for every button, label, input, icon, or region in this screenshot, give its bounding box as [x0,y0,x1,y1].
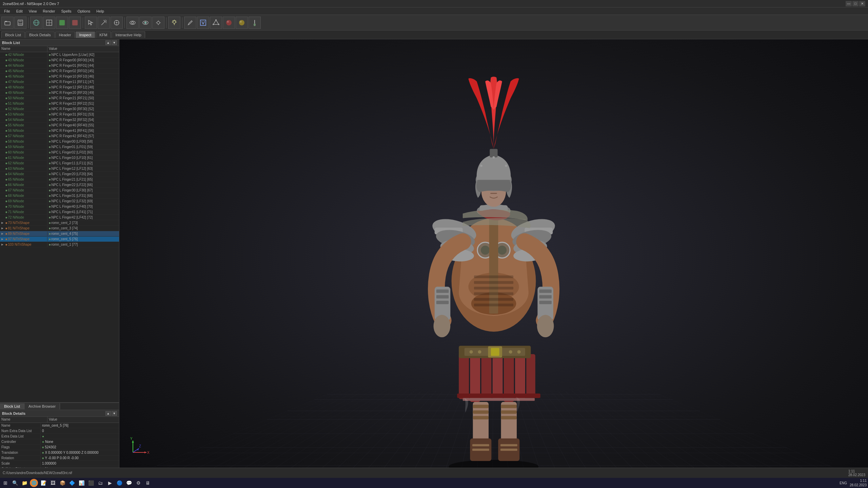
toolbar-solid-green[interactable] [56,17,68,29]
table-row[interactable]: ■ 55 NiNode ■ NPC R Finger40 [RF40] [55] [0,123,119,128]
table-row[interactable]: ▶ ■ 97 NiTriShape ■ romn_cent_5 [76] [0,237,119,242]
table-row[interactable]: ■ 61 NiNode ■ NPC L Finger10 [LF10] [61] [0,155,119,161]
toolbar-select[interactable] [85,17,97,29]
table-row[interactable]: ■ 58 NiNode ■ NPC L Finger00 [LF00] [58] [0,139,119,144]
app7-icon[interactable]: 💬 [125,479,133,487]
detail-row[interactable]: Scale 1.000000 [0,461,119,466]
table-row[interactable]: ■ 53 NiNode ■ NPC R Finger31 [RF31] [53] [0,112,119,117]
table-row[interactable]: ■ 62 NiNode ■ NPC L Finger11 [LF11] [62] [0,161,119,166]
menu-view[interactable]: View [26,8,40,14]
detail-row[interactable]: Translation ■ X 0.000000 Y 0.000000 Z 0.… [0,450,119,455]
toolbar-brush[interactable] [249,17,261,29]
maximize-button[interactable]: □ [852,1,859,6]
detail-row[interactable]: Num Extra Data List 0 [0,428,119,434]
notepad-icon[interactable]: 📝 [39,479,47,487]
app2-icon[interactable]: 📊 [77,479,85,487]
table-row[interactable]: ▶ ■ 73 NiTriShape ■ romn_cent_2 [73] [0,220,119,226]
table-row[interactable]: ■ 43 NiNode ■ NPC R Finger00 [RF00] [43] [0,58,119,63]
toolbar-pencil[interactable] [184,17,196,29]
settings-icon[interactable]: ⚙ [134,479,142,487]
toolbar-sphere-yellow[interactable] [236,17,248,29]
menu-options[interactable]: Options [75,8,93,14]
menu-file[interactable]: File [1,8,13,14]
table-row[interactable]: ■ 56 NiNode ■ NPC R Finger41 [RF41] [56] [0,128,119,134]
toolbar-light[interactable] [168,17,180,29]
app5-icon[interactable]: ▶ [106,479,114,487]
table-row[interactable]: ■ 59 NiNode ■ NPC L Finger01 [LF01] [59] [0,144,119,150]
file-explorer[interactable]: 📁 [20,479,28,487]
viewport[interactable]: X Y Z [119,39,868,478]
table-row[interactable]: ▶ ■ 103 NiTriShape ■ romn_cent_1 [77] [0,242,119,247]
table-row[interactable]: ■ 52 NiNode ■ NPC R Finger30 [RF30] [52] [0,106,119,112]
table-row[interactable]: ■ 45 NiNode ■ NPC R Finger02 [RF02] [45] [0,68,119,74]
toolbar-transform[interactable] [111,17,123,29]
detail-row[interactable]: Name romn_cent_5 [76] [0,423,119,428]
table-row[interactable]: ■ 65 NiNode ■ NPC L Finger21 [LF21] [65] [0,177,119,182]
table-row[interactable]: ▶ ■ 81 NiTriShape ■ romn_cent_3 [74] [0,226,119,231]
table-row[interactable]: ■ 63 NiNode ■ NPC L Finger12 [LF12] [63] [0,166,119,171]
table-row[interactable]: ■ 67 NiNode ■ NPC L Finger30 [LF30] [67] [0,188,119,193]
toolbar-sphere-red[interactable] [223,17,235,29]
tab-inspect[interactable]: Inspect [76,32,95,38]
app4-icon[interactable]: 🗂 [96,479,104,487]
start-button[interactable]: ⊞ [1,479,9,487]
minimize-button[interactable]: — [846,1,852,6]
tab-block-list[interactable]: Block List [1,32,25,38]
menu-spells[interactable]: Spells [58,8,74,14]
toolbar-eye1[interactable] [126,17,139,29]
table-row[interactable]: ▶ ■ 89 NiTriShape ■ romn_cent_4 [75] [0,231,119,237]
toolbar-cog[interactable] [152,17,164,29]
toolbar-save[interactable] [14,17,26,29]
detail-row[interactable]: Extra Data List ● [0,434,119,439]
table-row[interactable]: ■ 51 NiNode ■ NPC R Finger22 [RF22] [51] [0,101,119,106]
table-row[interactable]: ■ 69 NiNode ■ NPC L Finger32 [LF32] [69] [0,199,119,204]
table-row[interactable]: ■ 44 NiNode ■ NPC R Finger01 [RF01] [44] [0,63,119,68]
media-icon[interactable]: 🖼 [49,479,57,487]
details-collapse-btn[interactable]: ▼ [112,411,117,416]
app6-icon[interactable]: 🔵 [115,479,123,487]
toolbar-eye2[interactable] [139,17,152,29]
detail-row[interactable]: Controller ● None [0,439,119,445]
toolbar-uv[interactable] [197,17,209,29]
close-button[interactable]: ✕ [859,1,865,6]
toolbar-sphere1[interactable] [30,17,42,29]
panel-collapse-btn[interactable]: ▼ [112,40,117,45]
tab-header[interactable]: Header [55,32,75,38]
table-row[interactable]: ■ 42 NiNode ■ NPC L UpperArm [LUar] [42] [0,52,119,58]
table-row[interactable]: ■ 48 NiNode ■ NPC R Finger12 [RF12] [48] [0,85,119,90]
toolbar-wireframe[interactable] [43,17,55,29]
toolbar-wand[interactable] [98,17,110,29]
table-row[interactable]: ■ 54 NiNode ■ NPC R Finger32 [RF32] [54] [0,117,119,123]
detail-row[interactable]: Flags ■ 524302 [0,445,119,450]
table-row[interactable]: ■ 71 NiNode ■ NPC L Finger41 [LF41] [71] [0,209,119,215]
table-row[interactable]: ■ 50 NiNode ■ NPC R Finger21 [RF21] [50] [0,96,119,101]
table-row[interactable]: ■ 64 NiNode ■ NPC L Finger20 [LF20] [64] [0,171,119,177]
table-row[interactable]: ■ 46 NiNode ■ NPC R Finger10 [RF10] [46] [0,74,119,79]
bottom-tab-block-list[interactable]: Block List [0,403,24,409]
monitor-icon[interactable]: 🖥 [144,479,152,487]
app3-icon[interactable]: ⬛ [87,479,95,487]
table-row[interactable]: ■ 49 NiNode ■ NPC R Finger20 [RF20] [49] [0,90,119,96]
package-icon[interactable]: 📦 [58,479,66,487]
table-row[interactable]: ■ 57 NiNode ■ NPC R Finger42 [RF42] [57] [0,134,119,139]
search-button[interactable]: 🔍 [11,479,19,487]
app1-icon[interactable]: 🔷 [68,479,76,487]
toolbar-vertex[interactable] [210,17,222,29]
tab-block-details[interactable]: Block Details [25,32,55,38]
bottom-tab-archive[interactable]: Archive Browser [24,403,60,409]
table-row[interactable]: ■ 60 NiNode ■ NPC L Finger02 [LF02] [60] [0,150,119,155]
table-row[interactable]: ■ 66 NiNode ■ NPC L Finger22 [LF22] [66] [0,182,119,188]
detail-row[interactable]: Rotation ■ Y -0.00 P 0.00 R -0.00 [0,455,119,461]
menu-help[interactable]: Help [94,8,107,14]
tab-interactive-help[interactable]: Interactive Help [112,32,145,38]
table-row[interactable]: ■ 47 NiNode ■ NPC R Finger11 [RF11] [47] [0,79,119,85]
browser-icon[interactable]: 🌐 [30,479,38,487]
table-row[interactable]: ■ 70 NiNode ■ NPC L Finger40 [LF40] [70] [0,204,119,209]
details-expand-btn[interactable]: ▲ [105,411,111,416]
toolbar-open[interactable] [1,17,14,29]
table-row[interactable]: ■ 72 NiNode ■ NPC L Finger42 [LF42] [72] [0,215,119,220]
table-row[interactable]: ■ 68 NiNode ■ NPC L Finger31 [LF31] [68] [0,193,119,199]
block-list-body[interactable]: ■ 42 NiNode ■ NPC L UpperArm [LUar] [42]… [0,52,119,402]
panel-expand-btn[interactable]: ▲ [105,40,111,45]
toolbar-solid-red[interactable] [69,17,81,29]
